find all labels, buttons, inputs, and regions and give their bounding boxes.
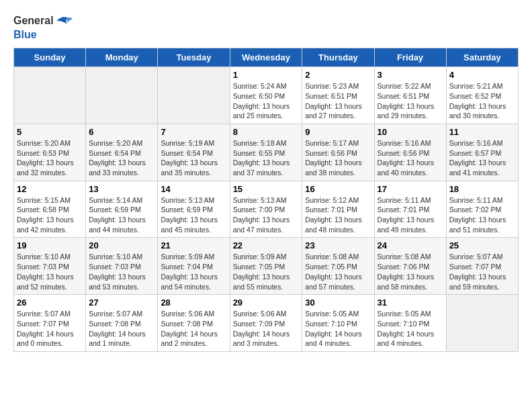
- day-detail: Sunrise: 5:15 AM Sunset: 6:58 PM Dayligh…: [17, 195, 83, 235]
- calendar-cell: 3Sunrise: 5:22 AM Sunset: 6:51 PM Daylig…: [374, 67, 446, 124]
- header-day-sunday: Sunday: [14, 48, 86, 67]
- calendar-cell: 12Sunrise: 5:15 AM Sunset: 6:58 PM Dayli…: [14, 181, 86, 238]
- day-detail: Sunrise: 5:08 AM Sunset: 7:06 PM Dayligh…: [378, 252, 443, 291]
- calendar-week-3: 12Sunrise: 5:15 AM Sunset: 6:58 PM Dayli…: [14, 181, 519, 238]
- day-detail: Sunrise: 5:06 AM Sunset: 7:08 PM Dayligh…: [161, 309, 226, 349]
- day-detail: Sunrise: 5:16 AM Sunset: 6:56 PM Dayligh…: [378, 138, 443, 178]
- day-detail: Sunrise: 5:13 AM Sunset: 6:59 PM Dayligh…: [161, 195, 226, 235]
- day-detail: Sunrise: 5:20 AM Sunset: 6:53 PM Dayligh…: [17, 138, 83, 178]
- calendar-cell: [86, 67, 158, 124]
- calendar-cell: 26Sunrise: 5:07 AM Sunset: 7:07 PM Dayli…: [14, 295, 86, 352]
- day-number: 26: [17, 298, 83, 308]
- calendar-table: SundayMondayTuesdayWednesdayThursdayFrid…: [13, 48, 519, 352]
- calendar-cell: 16Sunrise: 5:12 AM Sunset: 7:01 PM Dayli…: [302, 181, 374, 238]
- day-detail: Sunrise: 5:09 AM Sunset: 7:05 PM Dayligh…: [233, 252, 300, 291]
- day-number: 5: [17, 127, 83, 137]
- calendar-cell: [14, 67, 86, 124]
- day-number: 1: [233, 70, 300, 80]
- calendar-cell: 8Sunrise: 5:18 AM Sunset: 6:55 PM Daylig…: [230, 124, 302, 181]
- day-detail: Sunrise: 5:17 AM Sunset: 6:56 PM Dayligh…: [305, 138, 371, 178]
- header-day-tuesday: Tuesday: [158, 48, 230, 67]
- calendar-week-1: 1Sunrise: 5:24 AM Sunset: 6:50 PM Daylig…: [14, 67, 519, 124]
- day-detail: Sunrise: 5:11 AM Sunset: 7:01 PM Dayligh…: [378, 195, 443, 235]
- day-number: 30: [305, 298, 371, 308]
- day-detail: Sunrise: 5:23 AM Sunset: 6:51 PM Dayligh…: [305, 81, 371, 121]
- day-number: 17: [378, 184, 443, 194]
- header-day-monday: Monday: [86, 48, 158, 67]
- day-detail: Sunrise: 5:22 AM Sunset: 6:51 PM Dayligh…: [378, 81, 443, 121]
- calendar-cell: 30Sunrise: 5:05 AM Sunset: 7:10 PM Dayli…: [302, 295, 374, 352]
- page-header: General Blue: [13, 13, 519, 41]
- calendar-cell: 23Sunrise: 5:08 AM Sunset: 7:05 PM Dayli…: [302, 238, 374, 295]
- logo: General Blue: [13, 13, 73, 41]
- calendar-cell: 6Sunrise: 5:20 AM Sunset: 6:54 PM Daylig…: [86, 124, 158, 181]
- day-detail: Sunrise: 5:07 AM Sunset: 7:08 PM Dayligh…: [89, 309, 154, 349]
- day-detail: Sunrise: 5:20 AM Sunset: 6:54 PM Dayligh…: [89, 138, 154, 178]
- day-detail: Sunrise: 5:11 AM Sunset: 7:02 PM Dayligh…: [449, 195, 515, 235]
- calendar-cell: 22Sunrise: 5:09 AM Sunset: 7:05 PM Dayli…: [230, 238, 302, 295]
- logo-bird-icon: [55, 13, 73, 28]
- calendar-cell: 28Sunrise: 5:06 AM Sunset: 7:08 PM Dayli…: [158, 295, 230, 352]
- calendar-cell: 2Sunrise: 5:23 AM Sunset: 6:51 PM Daylig…: [302, 67, 374, 124]
- day-number: 19: [17, 240, 83, 250]
- calendar-header: SundayMondayTuesdayWednesdayThursdayFrid…: [14, 48, 519, 67]
- day-detail: Sunrise: 5:21 AM Sunset: 6:52 PM Dayligh…: [449, 81, 515, 121]
- day-number: 21: [161, 240, 226, 250]
- day-number: 29: [233, 298, 300, 308]
- day-detail: Sunrise: 5:14 AM Sunset: 6:59 PM Dayligh…: [89, 195, 154, 235]
- day-number: 18: [449, 184, 515, 194]
- day-detail: Sunrise: 5:19 AM Sunset: 6:54 PM Dayligh…: [161, 138, 226, 178]
- calendar-cell: 18Sunrise: 5:11 AM Sunset: 7:02 PM Dayli…: [446, 181, 518, 238]
- day-number: 2: [305, 70, 371, 80]
- calendar-cell: 24Sunrise: 5:08 AM Sunset: 7:06 PM Dayli…: [374, 238, 446, 295]
- calendar-cell: 5Sunrise: 5:20 AM Sunset: 6:53 PM Daylig…: [14, 124, 86, 181]
- calendar-cell: 17Sunrise: 5:11 AM Sunset: 7:01 PM Dayli…: [374, 181, 446, 238]
- calendar-cell: 20Sunrise: 5:10 AM Sunset: 7:03 PM Dayli…: [86, 238, 158, 295]
- calendar-cell: 25Sunrise: 5:07 AM Sunset: 7:07 PM Dayli…: [446, 238, 518, 295]
- logo-blue: Blue: [13, 28, 37, 41]
- day-detail: Sunrise: 5:07 AM Sunset: 7:07 PM Dayligh…: [449, 252, 515, 291]
- calendar-cell: 13Sunrise: 5:14 AM Sunset: 6:59 PM Dayli…: [86, 181, 158, 238]
- header-day-thursday: Thursday: [302, 48, 374, 67]
- day-number: 20: [89, 240, 154, 250]
- day-number: 6: [89, 127, 154, 137]
- calendar-cell: 19Sunrise: 5:10 AM Sunset: 7:03 PM Dayli…: [14, 238, 86, 295]
- calendar-cell: 7Sunrise: 5:19 AM Sunset: 6:54 PM Daylig…: [158, 124, 230, 181]
- day-detail: Sunrise: 5:16 AM Sunset: 6:57 PM Dayligh…: [449, 138, 515, 178]
- day-detail: Sunrise: 5:08 AM Sunset: 7:05 PM Dayligh…: [305, 252, 371, 291]
- calendar-cell: 14Sunrise: 5:13 AM Sunset: 6:59 PM Dayli…: [158, 181, 230, 238]
- day-number: 28: [161, 298, 226, 308]
- day-detail: Sunrise: 5:18 AM Sunset: 6:55 PM Dayligh…: [233, 138, 300, 178]
- calendar-body: 1Sunrise: 5:24 AM Sunset: 6:50 PM Daylig…: [14, 67, 519, 352]
- day-number: 13: [89, 184, 154, 194]
- calendar-cell: 10Sunrise: 5:16 AM Sunset: 6:56 PM Dayli…: [374, 124, 446, 181]
- day-detail: Sunrise: 5:10 AM Sunset: 7:03 PM Dayligh…: [17, 252, 83, 291]
- day-number: 9: [305, 127, 371, 137]
- day-number: 16: [305, 184, 371, 194]
- day-number: 23: [305, 240, 371, 250]
- day-number: 24: [378, 240, 443, 250]
- logo-general: General: [13, 14, 54, 27]
- calendar-week-2: 5Sunrise: 5:20 AM Sunset: 6:53 PM Daylig…: [14, 124, 519, 181]
- day-number: 7: [161, 127, 226, 137]
- calendar-cell: 29Sunrise: 5:06 AM Sunset: 7:09 PM Dayli…: [230, 295, 302, 352]
- header-row: SundayMondayTuesdayWednesdayThursdayFrid…: [14, 48, 519, 67]
- calendar-cell: 21Sunrise: 5:09 AM Sunset: 7:04 PM Dayli…: [158, 238, 230, 295]
- header-day-saturday: Saturday: [446, 48, 518, 67]
- calendar-cell: 15Sunrise: 5:13 AM Sunset: 7:00 PM Dayli…: [230, 181, 302, 238]
- day-number: 11: [449, 127, 515, 137]
- day-number: 12: [17, 184, 83, 194]
- day-detail: Sunrise: 5:12 AM Sunset: 7:01 PM Dayligh…: [305, 195, 371, 235]
- calendar-cell: [158, 67, 230, 124]
- calendar-week-5: 26Sunrise: 5:07 AM Sunset: 7:07 PM Dayli…: [14, 295, 519, 352]
- day-detail: Sunrise: 5:05 AM Sunset: 7:10 PM Dayligh…: [305, 309, 371, 349]
- day-number: 31: [378, 298, 443, 308]
- header-day-friday: Friday: [374, 48, 446, 67]
- day-number: 10: [378, 127, 443, 137]
- calendar-cell: 31Sunrise: 5:05 AM Sunset: 7:10 PM Dayli…: [374, 295, 446, 352]
- calendar-cell: 11Sunrise: 5:16 AM Sunset: 6:57 PM Dayli…: [446, 124, 518, 181]
- header-day-wednesday: Wednesday: [230, 48, 302, 67]
- day-number: 3: [378, 70, 443, 80]
- day-detail: Sunrise: 5:06 AM Sunset: 7:09 PM Dayligh…: [233, 309, 300, 349]
- logo-combined: General Blue: [13, 13, 73, 41]
